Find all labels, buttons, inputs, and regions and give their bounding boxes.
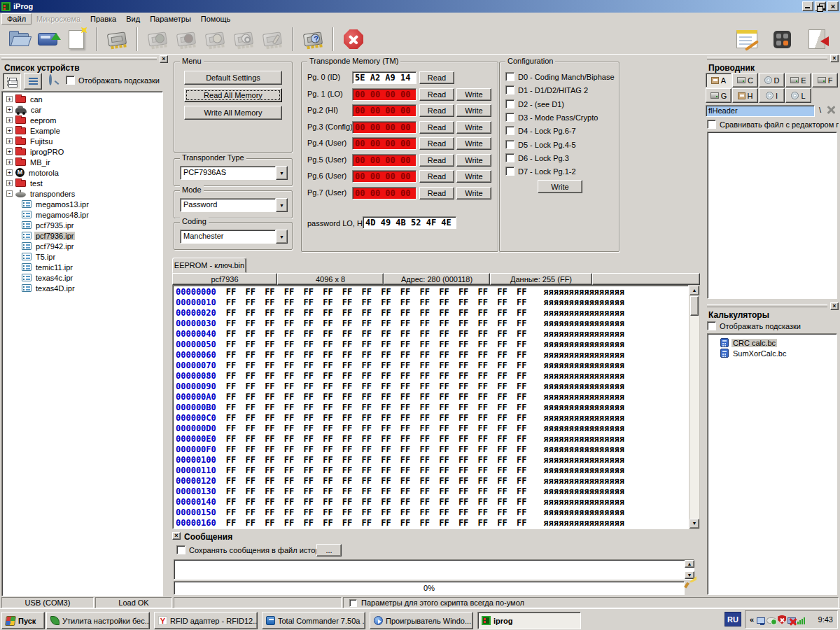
memory-write-button[interactable]: Write (456, 137, 491, 150)
memory-write-button[interactable]: Write (456, 121, 491, 134)
hex-row[interactable]: 00000060FF FF FF FF FF FF FF FF FF FF FF… (176, 350, 688, 360)
default-settings-button[interactable]: Default Settings (184, 71, 282, 85)
hex-bytes[interactable]: FF FF FF FF FF FF FF FF FF FF FF FF FF F… (226, 465, 527, 475)
security-alert-icon[interactable] (778, 615, 786, 624)
drive-f-button[interactable]: F (812, 73, 838, 88)
config-checkbox[interactable] (505, 167, 514, 176)
hex-bytes[interactable]: FF FF FF FF FF FF FF FF FF FF FF FF FF F… (226, 340, 527, 349)
hex-row[interactable]: 000000B0FF FF FF FF FF FF FF FF FF FF FF… (176, 402, 688, 413)
config-checkbox[interactable] (505, 72, 514, 81)
tree-item[interactable]: +eeprom (4, 115, 162, 125)
task-total-commander[interactable]: Total Commander 7.50a ... (262, 612, 365, 629)
tree-view-button[interactable] (3, 73, 21, 90)
memory-write-button[interactable]: Write (456, 170, 491, 183)
read-all-memory-button[interactable]: Read All Memory (184, 88, 282, 102)
minimize-button[interactable] (802, 1, 813, 11)
cloud-ok-icon[interactable] (766, 617, 776, 624)
tree-item[interactable]: -transponders (4, 188, 162, 199)
config-checkbox[interactable] (505, 85, 514, 94)
hex-bytes[interactable]: FF FF FF FF FF FF FF FF FF FF FF FF FF F… (226, 350, 527, 360)
hex-bytes[interactable]: FF FF FF FF FF FF FF FF FF FF FF FF FF F… (226, 455, 527, 465)
hex-row[interactable]: 00000000FF FF FF FF FF FF FF FF FF FF FF… (176, 287, 688, 298)
signal-strength-icon[interactable] (797, 616, 807, 624)
calculators-panel-close-icon[interactable]: × (830, 302, 839, 310)
tree-item[interactable]: +can (4, 94, 162, 104)
write-all-memory-button[interactable]: Write All Memory (184, 106, 282, 120)
hex-bytes[interactable]: FF FF FF FF FF FF FF FF FF FF FF FF FF F… (226, 329, 527, 339)
new-file-button[interactable] (63, 26, 90, 52)
memory-page-field[interactable]: 00 00 00 00 (352, 104, 416, 117)
close-button[interactable]: × (827, 1, 839, 11)
memory-write-button[interactable]: Write (456, 154, 491, 167)
calc-tooltips-checkbox[interactable] (707, 321, 716, 330)
hex-row[interactable]: 000000A0FF FF FF FF FF FF FF FF FF FF FF… (176, 392, 688, 402)
hex-row[interactable]: 00000100FF FF FF FF FF FF FF FF FF FF FF… (176, 455, 688, 465)
hex-row[interactable]: 000000D0FF FF FF FF FF FF FF FF FF FF FF… (176, 424, 688, 434)
tree-item[interactable]: T5.ipr (4, 251, 162, 262)
memory-read-button[interactable]: Read (419, 154, 454, 167)
history-browse-button[interactable]: ... (316, 544, 342, 556)
explorer-panel-close-icon[interactable]: × (830, 55, 839, 62)
hex-row[interactable]: 000000F0FF FF FF FF FF FF FF FF FF FF FF… (176, 444, 688, 455)
hex-bytes[interactable]: FF FF FF FF FF FF FF FF FF FF FF FF FF F… (226, 507, 527, 517)
config-checkbox[interactable] (505, 99, 514, 108)
hex-bytes[interactable]: FF FF FF FF FF FF FF FF FF FF FF FF FF F… (226, 287, 527, 297)
hex-header-cell[interactable]: Данные: 255 (FF) (490, 273, 592, 285)
memory-write-button[interactable]: Write (456, 104, 491, 117)
exit-button[interactable] (804, 26, 830, 52)
tree-item[interactable]: +MB_ir (4, 157, 162, 167)
memory-write-button[interactable]: Write (456, 187, 491, 200)
hex-header-cell[interactable]: Адрес: 280 (000118) (384, 273, 490, 285)
menu-помощь[interactable]: Помощь (196, 14, 236, 24)
tree-item[interactable]: pcf7935.ipr (4, 220, 162, 230)
tree-toggle-icon[interactable]: + (6, 106, 13, 113)
compare-file-checkbox[interactable] (707, 120, 716, 129)
tree-item[interactable]: megamos48.ipr (4, 209, 162, 220)
hex-bytes[interactable]: FF FF FF FF FF FF FF FF FF FF FF FF FF F… (226, 518, 527, 528)
memory-page-field[interactable]: 00 00 00 00 (352, 121, 416, 134)
memory-read-button[interactable]: Read (419, 187, 454, 200)
device-search-button[interactable] (49, 76, 52, 84)
hex-bytes[interactable]: FF FF FF FF FF FF FF FF FF FF FF FF FF F… (226, 413, 527, 423)
tree-item[interactable]: pcf7936.ipr (4, 230, 162, 241)
memory-page-field[interactable]: 00 00 00 00 (352, 154, 416, 167)
scroll-down-icon[interactable]: ▼ (685, 571, 694, 579)
tree-item[interactable]: +Example (4, 125, 162, 136)
hex-row[interactable]: 00000160FF FF FF FF FF FF FF FF FF FF FF… (176, 518, 688, 528)
hex-row[interactable]: 00000010FF FF FF FF FF FF FF FF FF FF FF… (176, 298, 688, 308)
calculator-button[interactable] (769, 26, 795, 52)
hex-bytes[interactable]: FF FF FF FF FF FF FF FF FF FF FF FF FF F… (226, 318, 527, 328)
tree-toggle-icon[interactable]: + (6, 96, 13, 102)
mode-select[interactable]: Password ▼ (180, 198, 288, 212)
hex-row[interactable]: 00000080FF FF FF FF FF FF FF FF FF FF FF… (176, 371, 688, 382)
hex-row[interactable]: 00000110FF FF FF FF FF FF FF FF FF FF FF… (176, 465, 688, 476)
explorer-file-list[interactable] (707, 132, 837, 299)
save-history-checkbox[interactable] (176, 545, 186, 554)
hex-header-cell[interactable]: 4096 x 8 (277, 273, 384, 285)
drive-d-button[interactable]: D (759, 73, 785, 88)
hex-editor[interactable]: 00000000FF FF FF FF FF FF FF FF FF FF FF… (172, 285, 689, 529)
tree-toggle-icon[interactable]: + (6, 180, 13, 186)
script-default-checkbox[interactable] (349, 599, 357, 607)
hex-bytes[interactable]: FF FF FF FF FF FF FF FF FF FF FF FF FF F… (226, 476, 527, 486)
tree-item[interactable]: pcf7942.ipr (4, 241, 162, 251)
calculators-panel-grab[interactable]: × (707, 302, 839, 310)
drive-h-button[interactable]: H (732, 88, 758, 103)
notes-button[interactable] (734, 26, 760, 52)
hex-bytes[interactable]: FF FF FF FF FF FF FF FF FF FF FF FF FF F… (226, 371, 527, 381)
messages-scroll[interactable]: ▲ ▼ (685, 560, 694, 579)
hex-row[interactable]: 000000C0FF FF FF FF FF FF FF FF FF FF FF… (176, 413, 688, 424)
tree-item[interactable]: texas4D.ipr (4, 283, 162, 293)
config-write-button[interactable]: Write (538, 180, 582, 193)
remote-display-icon[interactable] (757, 617, 765, 624)
hex-bytes[interactable]: FF FF FF FF FF FF FF FF FF FF FF FF FF F… (226, 308, 527, 318)
tree-toggle-icon[interactable]: + (6, 127, 13, 134)
password-field[interactable]: 4D 49 4B 52 4F 4E (363, 216, 456, 229)
memory-write-button[interactable]: Write (456, 88, 491, 101)
hex-bytes[interactable]: FF FF FF FF FF FF FF FF FF FF FF FF FF F… (226, 434, 527, 444)
hex-header-cell[interactable]: pcf7936 (172, 273, 277, 285)
chevron-down-icon[interactable]: ▼ (276, 230, 288, 244)
hex-row[interactable]: 00000050FF FF FF FF FF FF FF FF FF FF FF… (176, 340, 688, 350)
memory-page-field[interactable]: 5E A2 A9 14 (352, 71, 416, 84)
hex-row[interactable]: 00000150FF FF FF FF FF FF FF FF FF FF FF… (176, 507, 688, 518)
